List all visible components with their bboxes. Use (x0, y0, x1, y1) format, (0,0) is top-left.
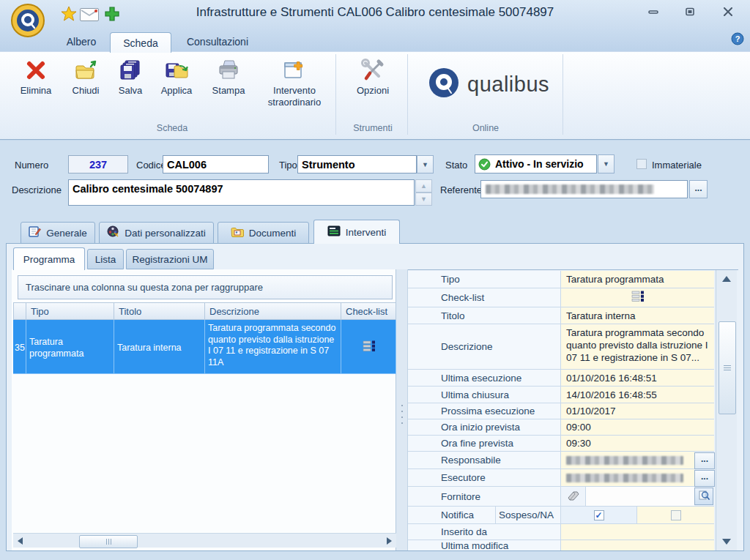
prop-label: Tipo (420, 271, 561, 288)
eraser-icon[interactable] (567, 490, 580, 503)
tab-albero[interactable]: Albero (59, 32, 104, 51)
prop-label: Inserito da (420, 524, 561, 540)
grid-row-indicator[interactable]: 35 (13, 320, 26, 374)
prop-value[interactable] (561, 540, 714, 550)
fornitore-input[interactable] (586, 487, 694, 506)
prop-value[interactable]: Taratura programmata secondo quanto prev… (561, 324, 714, 369)
stato-select[interactable]: Attivo - In servizio (475, 154, 597, 173)
prop-value[interactable] (561, 288, 714, 307)
prop-value[interactable] (561, 524, 714, 540)
window-title: Infrastrutture e Strumenti CAL006 Calibr… (0, 5, 750, 20)
prop-value[interactable]: 14/10/2016 16:48:55 (561, 387, 714, 403)
prop-value[interactable]: 01/10/2017 (561, 403, 714, 419)
intervento-straordinario-button[interactable]: Intervento straordinario (258, 56, 331, 117)
esecutore-browse-button[interactable]: ... (694, 470, 715, 487)
descrizione-scroll-down[interactable]: ▼ (415, 193, 432, 206)
tab-consultazioni[interactable]: Consultazioni (177, 32, 258, 51)
close-folder-icon (73, 56, 98, 85)
descrizione-scroll-up[interactable]: ▲ (415, 179, 432, 193)
prop-label: Ora inizio prevista (420, 419, 561, 435)
salva-button[interactable]: Salva (111, 56, 149, 117)
elimina-button[interactable]: Elimina (13, 56, 59, 117)
tab-interventi[interactable]: Interventi (313, 220, 400, 244)
qualibus-logo[interactable]: qualibus (428, 67, 560, 101)
esecutore-redacted-value (566, 474, 683, 482)
scroll-left-icon[interactable] (18, 537, 23, 545)
prop-row-ultima-chiusura: Ultima chiusura 14/10/2016 16:48:55 (408, 387, 714, 403)
grid-col-checklist[interactable]: Check-list (341, 302, 396, 320)
subtab-registrazioni-um[interactable]: Registrazioni UM (126, 249, 214, 269)
maximize-button[interactable] (681, 6, 699, 18)
referente-browse-button[interactable]: ... (689, 180, 708, 198)
help-icon[interactable]: ? (731, 32, 744, 45)
prop-label: Prossima esecuzione (420, 403, 561, 419)
scroll-down-icon[interactable] (722, 539, 731, 545)
scroll-right-icon[interactable] (387, 537, 392, 545)
tipo-dropdown-arrow[interactable]: ▼ (417, 155, 434, 173)
prop-value[interactable]: 09:00 (561, 419, 714, 435)
ribbon-group-online: Online (431, 123, 541, 133)
prop-label: Descrizione (420, 324, 561, 369)
sospeso-label: Sospeso/NA (496, 507, 561, 523)
tab-documenti[interactable]: Documenti (218, 222, 309, 244)
grid-cell-tipo[interactable]: Taratura programmata (26, 320, 114, 374)
scroll-up-icon[interactable] (722, 276, 731, 282)
stampa-button[interactable]: Stampa (205, 56, 252, 117)
props-vscrollbar[interactable] (716, 270, 737, 550)
fornitore-search-button[interactable] (694, 488, 713, 505)
group-by-zone[interactable]: Trascinare una colonna su questa zona pe… (18, 275, 393, 299)
numero-label: Numero (15, 160, 48, 171)
ribbon-group-scheda: Scheda (117, 123, 227, 133)
prop-value[interactable]: 01/10/2016 16:48:51 (561, 370, 714, 386)
prop-row-fornitore: Fornitore (408, 487, 714, 507)
sospeso-checkbox[interactable] (671, 510, 681, 520)
qualibus-logo-icon (428, 67, 460, 102)
prop-value[interactable]: 09:30 (561, 436, 714, 451)
minimize-button[interactable] (645, 6, 662, 18)
close-button[interactable] (719, 6, 737, 18)
prop-value[interactable]: Taratura programmata (561, 271, 714, 288)
prop-row-tipo: Tipo Taratura programmata (408, 271, 714, 288)
tab-scheda[interactable]: Scheda (110, 32, 171, 53)
grid-cell-titolo[interactable]: Taratura interna (114, 320, 205, 374)
chiudi-button[interactable]: Chiudi (64, 56, 107, 117)
prop-label: Responsabile (420, 452, 561, 468)
subtab-programma[interactable]: Programma (13, 247, 85, 270)
delete-icon (24, 56, 48, 85)
prop-label: Titolo (420, 307, 561, 324)
responsabile-browse-button[interactable]: ... (694, 452, 715, 469)
grid-col-tipo[interactable]: Tipo (26, 302, 114, 320)
prop-label: Esecutore (420, 469, 561, 486)
prop-label: Ultima chiusura (420, 387, 561, 403)
grid-cell-descrizione[interactable]: Taratura programmata secondo quanto prev… (205, 320, 341, 374)
subtab-lista[interactable]: Lista (87, 249, 124, 269)
tipo-select[interactable]: Strumento (297, 155, 417, 173)
tab-generale[interactable]: Generale (21, 222, 95, 244)
grid-hscrollbar[interactable] (13, 533, 396, 548)
new-window-icon (282, 56, 307, 85)
grid-cell-checklist[interactable] (341, 320, 396, 374)
prop-value[interactable] (561, 469, 694, 486)
immateriale-checkbox[interactable] (636, 159, 647, 169)
props-vscroll-thumb[interactable] (719, 321, 736, 414)
grid-col-titolo[interactable]: Titolo (114, 302, 205, 320)
opzioni-button[interactable]: Opzioni (347, 56, 398, 117)
checklist-icon[interactable] (631, 291, 645, 305)
grid-hscroll-thumb[interactable] (79, 535, 138, 548)
ribbon-separator (562, 54, 563, 135)
printer-icon (216, 56, 241, 85)
stato-dropdown-arrow[interactable]: ▼ (598, 154, 615, 173)
prop-value[interactable] (561, 452, 694, 468)
descrizione-textarea[interactable]: Calibro centesimale 50074897 (68, 179, 415, 206)
prop-value[interactable]: Taratura interna (561, 307, 714, 324)
applica-button[interactable]: Applica (154, 56, 199, 117)
codice-label: Codice (136, 160, 166, 171)
notifica-checkbox[interactable]: ✓ (594, 510, 604, 520)
codice-input[interactable]: CAL006 (163, 155, 269, 173)
panel-splitter[interactable] (396, 269, 408, 550)
grid-col-descrizione[interactable]: Descrizione (205, 302, 341, 320)
numero-field: 237 (68, 155, 128, 173)
prop-label: Fornitore (420, 487, 561, 506)
referente-input[interactable] (480, 180, 688, 198)
tab-dati-personalizzati[interactable]: Dati personalizzati (99, 222, 214, 244)
